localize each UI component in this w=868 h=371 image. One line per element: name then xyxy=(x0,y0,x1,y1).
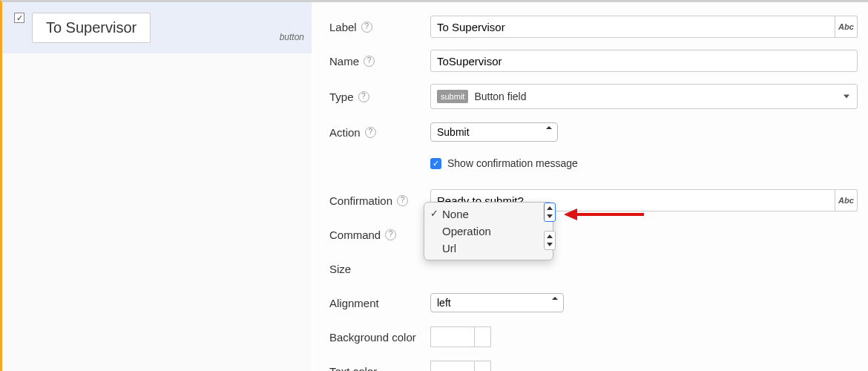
text-color-input[interactable] xyxy=(430,361,491,371)
help-icon[interactable]: ? xyxy=(358,91,369,102)
preview-type-tag: button xyxy=(280,32,304,42)
show-confirmation-checkbox[interactable] xyxy=(430,158,441,169)
help-icon[interactable]: ? xyxy=(361,22,372,33)
size-label: Size xyxy=(329,263,430,275)
preview-panel: To Supervisor button xyxy=(0,0,312,371)
action-label: Action ? xyxy=(329,126,430,139)
action-select[interactable]: Submit xyxy=(430,122,558,142)
help-icon[interactable]: ? xyxy=(365,127,376,138)
bg-color-label: Background color xyxy=(329,331,430,344)
svg-marker-1 xyxy=(564,209,577,220)
name-input[interactable] xyxy=(430,50,858,72)
label-label: Label ? xyxy=(329,21,430,33)
help-icon[interactable]: ? xyxy=(385,229,396,240)
type-badge: submit xyxy=(437,90,468,103)
command-label: Command ? xyxy=(329,229,430,241)
preview-button[interactable]: To Supervisor xyxy=(32,13,151,43)
help-icon[interactable]: ? xyxy=(397,195,408,206)
text-color-label: Text color xyxy=(329,365,430,372)
command-select-stepper[interactable] xyxy=(544,203,556,222)
size-select-stepper[interactable] xyxy=(544,231,556,250)
label-input[interactable] xyxy=(430,16,835,38)
type-value: Button field xyxy=(474,91,526,102)
command-dropdown[interactable]: None Operation Url xyxy=(424,202,553,260)
properties-panel: Label ? Abc Name ? Type ? xyxy=(312,0,868,371)
alignment-label: Alignment xyxy=(329,297,430,309)
type-label: Type ? xyxy=(329,91,430,103)
abc-icon[interactable]: Abc xyxy=(835,16,858,38)
chevron-down-icon xyxy=(844,95,849,99)
type-select[interactable]: submit Button field xyxy=(430,84,858,109)
show-confirmation-label: Show confirmation message xyxy=(447,157,578,169)
command-option-operation[interactable]: Operation xyxy=(424,223,553,240)
alignment-select[interactable]: left xyxy=(430,293,564,312)
help-icon[interactable]: ? xyxy=(364,56,375,67)
confirmation-label: Confirmation ? xyxy=(329,194,430,207)
abc-icon[interactable]: Abc xyxy=(835,189,858,211)
name-label: Name ? xyxy=(329,55,430,68)
command-option-url[interactable]: Url xyxy=(424,240,553,257)
command-option-none[interactable]: None xyxy=(424,206,553,223)
bg-color-input[interactable] xyxy=(430,326,491,347)
preview-selected-checkbox[interactable] xyxy=(14,13,24,23)
annotation-arrow-icon xyxy=(564,206,645,223)
